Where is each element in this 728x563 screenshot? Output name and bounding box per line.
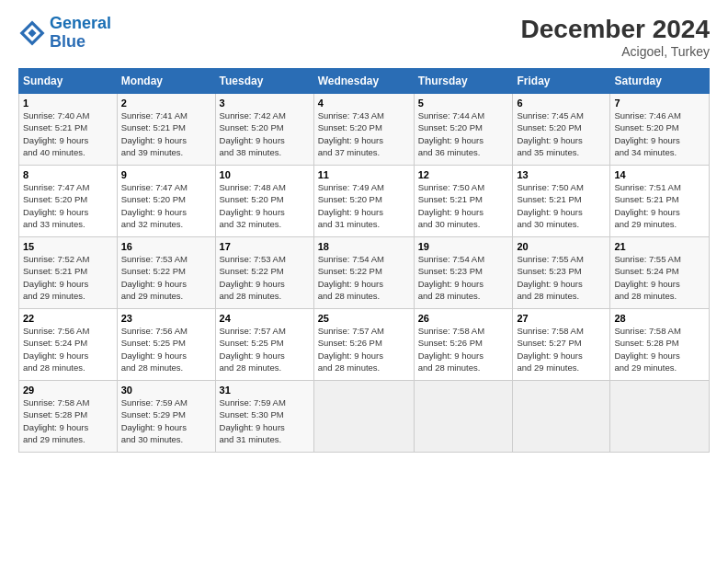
day-info: Sunrise: 7:46 AMSunset: 5:20 PMDaylight:… (614, 109, 705, 158)
daylight-text: Daylight: 9 hours and 32 minutes. (220, 207, 285, 229)
day-number: 17 (220, 241, 310, 252)
calendar-cell: 16Sunrise: 7:53 AMSunset: 5:22 PMDayligh… (117, 237, 215, 309)
day-number: 21 (614, 241, 705, 252)
sunset-text: Sunset: 5:20 PM (121, 194, 186, 204)
sunrise-text: Sunrise: 7:56 AM (23, 326, 89, 336)
calendar-cell: 31Sunrise: 7:59 AMSunset: 5:30 PMDayligh… (215, 381, 313, 453)
day-number: 12 (418, 169, 509, 180)
daylight-text: Daylight: 9 hours and 30 minutes. (418, 207, 483, 229)
calendar-cell: 2Sunrise: 7:41 AMSunset: 5:21 PMDaylight… (117, 94, 215, 166)
sunrise-text: Sunrise: 7:48 AM (220, 182, 286, 192)
day-number: 3 (220, 98, 310, 109)
sunrise-text: Sunrise: 7:45 AM (517, 110, 583, 121)
sunset-text: Sunset: 5:23 PM (517, 266, 581, 276)
sunrise-text: Sunrise: 7:58 AM (614, 326, 680, 336)
day-number: 10 (220, 169, 310, 180)
day-number: 5 (418, 98, 509, 109)
daylight-text: Daylight: 9 hours and 28 minutes. (418, 350, 483, 373)
sunset-text: Sunset: 5:20 PM (23, 194, 87, 204)
sunrise-text: Sunrise: 7:43 AM (318, 110, 384, 121)
sunset-text: Sunset: 5:26 PM (318, 338, 382, 348)
calendar-cell: 29Sunrise: 7:58 AMSunset: 5:28 PMDayligh… (19, 381, 118, 453)
page: General Blue December 2024 Acigoel, Turk… (0, 0, 728, 464)
day-info: Sunrise: 7:54 AMSunset: 5:23 PMDaylight:… (418, 253, 509, 302)
day-number: 29 (23, 385, 113, 396)
day-number: 23 (121, 313, 211, 324)
day-number: 4 (318, 98, 410, 109)
calendar-cell: 15Sunrise: 7:52 AMSunset: 5:21 PMDayligh… (19, 237, 118, 309)
sunset-text: Sunset: 5:28 PM (614, 338, 678, 348)
calendar-cell: 18Sunrise: 7:54 AMSunset: 5:22 PMDayligh… (313, 237, 414, 309)
calendar-cell: 5Sunrise: 7:44 AMSunset: 5:20 PMDaylight… (414, 94, 513, 166)
daylight-text: Daylight: 9 hours and 30 minutes. (121, 422, 187, 444)
logo-text: General Blue (50, 15, 111, 52)
sunrise-text: Sunrise: 7:47 AM (23, 182, 89, 192)
sunrise-text: Sunrise: 7:44 AM (418, 110, 484, 121)
sunrise-text: Sunrise: 7:58 AM (418, 326, 484, 336)
calendar-cell: 21Sunrise: 7:55 AMSunset: 5:24 PMDayligh… (610, 237, 710, 309)
sunset-text: Sunset: 5:25 PM (121, 338, 186, 348)
calendar-cell (513, 381, 610, 453)
sunset-text: Sunset: 5:21 PM (418, 194, 483, 204)
day-header-thursday: Thursday (414, 69, 513, 94)
sunset-text: Sunset: 5:21 PM (614, 194, 678, 204)
calendar-cell: 24Sunrise: 7:57 AMSunset: 5:25 PMDayligh… (215, 309, 313, 381)
day-number: 20 (517, 241, 606, 252)
sunset-text: Sunset: 5:20 PM (318, 122, 382, 132)
sunset-text: Sunset: 5:22 PM (220, 266, 284, 276)
calendar-cell: 12Sunrise: 7:50 AMSunset: 5:21 PMDayligh… (414, 166, 513, 237)
day-number: 15 (23, 241, 113, 252)
logo: General Blue (18, 15, 111, 52)
day-info: Sunrise: 7:53 AMSunset: 5:22 PMDaylight:… (220, 253, 310, 302)
daylight-text: Daylight: 9 hours and 29 minutes. (614, 207, 679, 229)
daylight-text: Daylight: 9 hours and 31 minutes. (318, 207, 383, 229)
day-info: Sunrise: 7:58 AMSunset: 5:26 PMDaylight:… (418, 325, 509, 373)
daylight-text: Daylight: 9 hours and 28 minutes. (121, 350, 187, 373)
day-info: Sunrise: 7:54 AMSunset: 5:22 PMDaylight:… (318, 253, 410, 302)
day-info: Sunrise: 7:57 AMSunset: 5:26 PMDaylight:… (318, 325, 410, 373)
sunset-text: Sunset: 5:28 PM (23, 409, 87, 419)
sunset-text: Sunset: 5:22 PM (121, 266, 186, 276)
sunset-text: Sunset: 5:21 PM (121, 122, 186, 132)
day-header-friday: Friday (513, 69, 610, 94)
sunset-text: Sunset: 5:21 PM (23, 266, 87, 276)
day-number: 18 (318, 241, 410, 252)
day-number: 16 (121, 241, 211, 252)
sunset-text: Sunset: 5:22 PM (318, 266, 382, 276)
day-info: Sunrise: 7:41 AMSunset: 5:21 PMDaylight:… (121, 109, 211, 158)
day-info: Sunrise: 7:47 AMSunset: 5:20 PMDaylight:… (121, 181, 211, 230)
sunrise-text: Sunrise: 7:58 AM (23, 397, 89, 408)
daylight-text: Daylight: 9 hours and 29 minutes. (517, 350, 582, 373)
sunset-text: Sunset: 5:29 PM (121, 409, 186, 419)
day-info: Sunrise: 7:55 AMSunset: 5:24 PMDaylight:… (614, 253, 705, 302)
day-number: 7 (614, 98, 705, 109)
day-info: Sunrise: 7:48 AMSunset: 5:20 PMDaylight:… (220, 181, 310, 230)
sunrise-text: Sunrise: 7:58 AM (517, 326, 583, 336)
calendar-week-4: 22Sunrise: 7:56 AMSunset: 5:24 PMDayligh… (19, 309, 710, 381)
sunset-text: Sunset: 5:20 PM (517, 122, 581, 132)
daylight-text: Daylight: 9 hours and 40 minutes. (23, 135, 88, 157)
daylight-text: Daylight: 9 hours and 36 minutes. (418, 135, 483, 157)
sunrise-text: Sunrise: 7:50 AM (418, 182, 484, 192)
day-info: Sunrise: 7:49 AMSunset: 5:20 PMDaylight:… (318, 181, 410, 230)
daylight-text: Daylight: 9 hours and 29 minutes. (614, 350, 679, 373)
calendar-week-1: 1Sunrise: 7:40 AMSunset: 5:21 PMDaylight… (19, 94, 710, 166)
daylight-text: Daylight: 9 hours and 29 minutes. (121, 279, 187, 301)
sunset-text: Sunset: 5:24 PM (614, 266, 678, 276)
calendar-cell: 17Sunrise: 7:53 AMSunset: 5:22 PMDayligh… (215, 237, 313, 309)
day-number: 1 (23, 98, 113, 109)
day-number: 27 (517, 313, 606, 324)
calendar-cell: 6Sunrise: 7:45 AMSunset: 5:20 PMDaylight… (513, 94, 610, 166)
daylight-text: Daylight: 9 hours and 34 minutes. (614, 135, 679, 157)
day-info: Sunrise: 7:50 AMSunset: 5:21 PMDaylight:… (418, 181, 509, 230)
sunrise-text: Sunrise: 7:56 AM (121, 326, 188, 336)
daylight-text: Daylight: 9 hours and 28 minutes. (517, 279, 582, 301)
calendar-week-2: 8Sunrise: 7:47 AMSunset: 5:20 PMDaylight… (19, 166, 710, 237)
sunset-text: Sunset: 5:20 PM (418, 122, 483, 132)
sunset-text: Sunset: 5:23 PM (418, 266, 483, 276)
calendar-cell: 22Sunrise: 7:56 AMSunset: 5:24 PMDayligh… (19, 309, 118, 381)
day-number: 26 (418, 313, 509, 324)
calendar-subtitle: Acigoel, Turkey (521, 44, 710, 59)
header: General Blue December 2024 Acigoel, Turk… (18, 15, 710, 59)
daylight-text: Daylight: 9 hours and 28 minutes. (220, 350, 285, 373)
